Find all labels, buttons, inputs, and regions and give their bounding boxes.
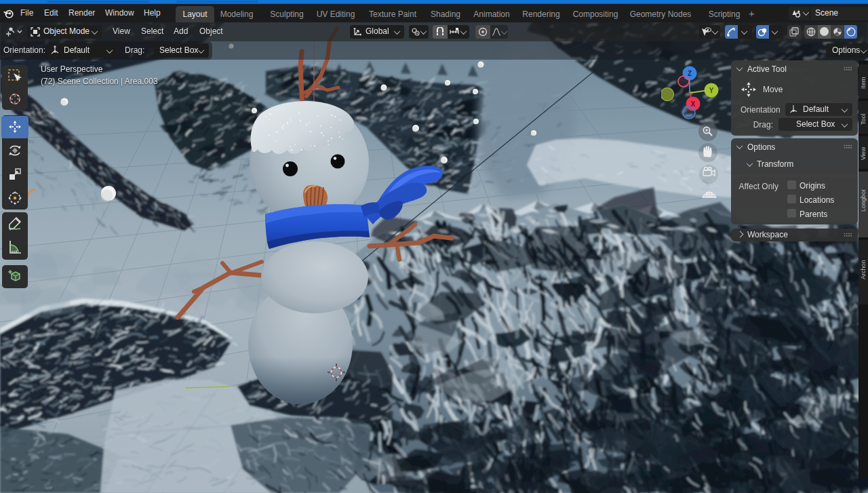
- svg-text:Y: Y: [709, 87, 714, 94]
- svg-text:Z: Z: [688, 70, 692, 77]
